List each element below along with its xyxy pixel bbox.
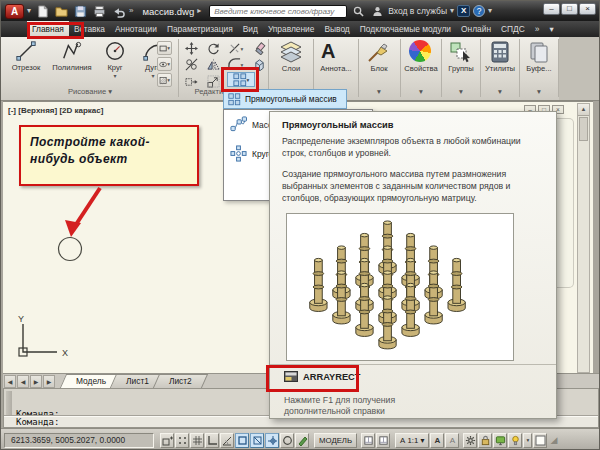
- last-layout-icon[interactable]: ▶: [43, 375, 55, 388]
- panel-annotate-label[interactable]: Аннота...: [314, 64, 358, 73]
- exchange-apps-button[interactable]: X: [457, 5, 470, 17]
- help-arrow-icon[interactable]: ▾: [488, 6, 492, 16]
- panel-block-label[interactable]: Блок: [359, 64, 399, 73]
- scroll-up-icon[interactable]: ▲: [578, 104, 589, 116]
- app-menu-arrow-icon[interactable]: ▾: [27, 6, 31, 16]
- panel-utilities-flyout[interactable]: ▾: [481, 87, 519, 96]
- tab-manage[interactable]: Управление: [263, 21, 320, 37]
- object-snap-3d-toggle[interactable]: [250, 433, 264, 448]
- groups-icon[interactable]: [449, 40, 473, 64]
- draw-tool-polyline[interactable]: Полилиния: [49, 40, 95, 72]
- ellipse-tool-button[interactable]: ▾: [157, 57, 172, 71]
- next-layout-icon[interactable]: ▶: [30, 375, 42, 388]
- search-input[interactable]: [209, 5, 347, 18]
- trim-button[interactable]: ▾: [227, 41, 244, 56]
- drawn-circle-object[interactable]: [59, 238, 82, 261]
- dynamic-input-toggle[interactable]: [295, 433, 309, 448]
- search-button[interactable]: [350, 4, 366, 19]
- chevron-down-icon[interactable]: ▾: [97, 72, 133, 79]
- grid-toggle[interactable]: [190, 433, 204, 448]
- panel-layers-label[interactable]: Слои: [269, 64, 313, 73]
- properties-colorwheel-icon[interactable]: [409, 40, 431, 62]
- vertical-scrollbar[interactable]: ▲: [577, 103, 590, 373]
- plot-button[interactable]: [91, 4, 107, 19]
- lock-ui-button[interactable]: [478, 433, 492, 448]
- new-file-button[interactable]: [34, 4, 50, 19]
- object-tracking-toggle[interactable]: [265, 433, 279, 448]
- annotation-visibility-button[interactable]: А: [430, 433, 444, 448]
- model-space-button[interactable]: МОДЕЛЬ: [314, 433, 357, 448]
- panel-properties-flyout[interactable]: ▾: [401, 87, 441, 96]
- tab-plugins[interactable]: Подключаемые модули: [355, 21, 456, 37]
- annotation-scale-button[interactable]: А 1:1 ▾: [395, 433, 429, 448]
- workspace-switch-button[interactable]: [463, 433, 477, 448]
- prev-layout-icon[interactable]: ◀: [17, 375, 29, 388]
- viewport-label[interactable]: [-] [Верхняя] [2D каркас]: [8, 106, 103, 115]
- app-menu-button[interactable]: A: [5, 4, 24, 19]
- copy-button[interactable]: [183, 57, 200, 72]
- undo-button[interactable]: [110, 4, 126, 19]
- resize-grip-icon[interactable]: ◢: [550, 435, 557, 445]
- panel-block-flyout[interactable]: ▾: [359, 87, 399, 96]
- dynamic-ucs-toggle[interactable]: [280, 433, 294, 448]
- isolate-objects-button[interactable]: [508, 433, 522, 448]
- tab-parametric[interactable]: Параметризация: [162, 21, 238, 37]
- panel-properties-label[interactable]: Свойства: [401, 64, 441, 73]
- command-window-grip[interactable]: [6, 391, 12, 417]
- snap-toggle[interactable]: [175, 433, 189, 448]
- close-button[interactable]: ×: [579, 3, 596, 15]
- signin-button[interactable]: [369, 4, 385, 19]
- quick-view-layouts-button[interactable]: [361, 433, 375, 448]
- rectangle-tool-button[interactable]: ▾: [157, 41, 172, 55]
- quick-view-drawings-button[interactable]: [376, 433, 390, 448]
- panel-utilities-label[interactable]: Утилиты: [481, 64, 519, 73]
- scrollbar-thumb[interactable]: [579, 117, 588, 141]
- panel-clipboard-label[interactable]: Буфе...: [520, 64, 558, 73]
- open-file-button[interactable]: [53, 4, 69, 19]
- tab-home[interactable]: Главная: [27, 21, 69, 37]
- erase-button[interactable]: [251, 41, 268, 56]
- 3d-tool-button[interactable]: [251, 57, 268, 72]
- tab-layout2[interactable]: Лист2: [156, 374, 205, 388]
- polar-tracking-toggle[interactable]: [220, 433, 234, 448]
- annotation-icon[interactable]: А: [321, 40, 335, 62]
- tab-output[interactable]: Вывод: [319, 21, 354, 37]
- signin-label[interactable]: Вход в службы: [388, 6, 447, 16]
- draw-tool-circle[interactable]: Круг ▾: [97, 40, 133, 79]
- tab-spds[interactable]: СПДС: [496, 21, 530, 37]
- restore-button[interactable]: □: [561, 3, 578, 15]
- fillet-button[interactable]: ▾: [227, 57, 244, 72]
- array-split-button[interactable]: ▾: [227, 72, 255, 87]
- object-snap-toggle[interactable]: [235, 433, 249, 448]
- mirror-button[interactable]: [205, 57, 222, 72]
- ribbon-state-arrow-icon[interactable]: ▾: [544, 21, 558, 37]
- clipboard-icon[interactable]: [527, 40, 551, 64]
- move-button[interactable]: [183, 41, 200, 56]
- layers-icon[interactable]: [278, 40, 304, 64]
- draw-tool-line[interactable]: Отрезок: [5, 40, 47, 72]
- infer-constraints-toggle[interactable]: [160, 433, 174, 448]
- panel-clipboard-flyout[interactable]: ▾: [520, 87, 558, 96]
- rotate-button[interactable]: [205, 41, 222, 56]
- ortho-toggle[interactable]: [205, 433, 219, 448]
- tab-online[interactable]: Онлайн: [456, 21, 496, 37]
- status-menu-icon[interactable]: ▾: [523, 433, 532, 448]
- first-layout-icon[interactable]: ◀: [4, 375, 16, 388]
- coordinates-readout[interactable]: 6213.3659, 5005.2027, 0.0000: [4, 433, 154, 448]
- save-button[interactable]: [72, 4, 88, 19]
- block-icon[interactable]: [366, 40, 390, 64]
- hardware-acceleration-button[interactable]: [493, 433, 507, 448]
- minimize-button[interactable]: –: [543, 3, 560, 15]
- panel-groups-flyout[interactable]: ▾: [442, 87, 480, 96]
- panel-groups-label[interactable]: Группы: [442, 64, 480, 73]
- qat-overflow-icon[interactable]: »: [129, 6, 133, 16]
- tab-overflow-icon[interactable]: »: [530, 21, 545, 37]
- tab-annotate[interactable]: Аннотации: [110, 21, 162, 37]
- panel-draw-label[interactable]: Рисование ▾: [3, 87, 177, 96]
- hatch-tool-button[interactable]: ▾: [157, 73, 172, 87]
- tab-view[interactable]: Вид: [238, 21, 263, 37]
- clean-screen-button[interactable]: [533, 433, 547, 448]
- help-button[interactable]: ?: [473, 5, 485, 17]
- tab-insert[interactable]: Вставка: [69, 21, 110, 37]
- menu-item-rectangular-array[interactable]: Прямоугольный массив: [223, 89, 347, 109]
